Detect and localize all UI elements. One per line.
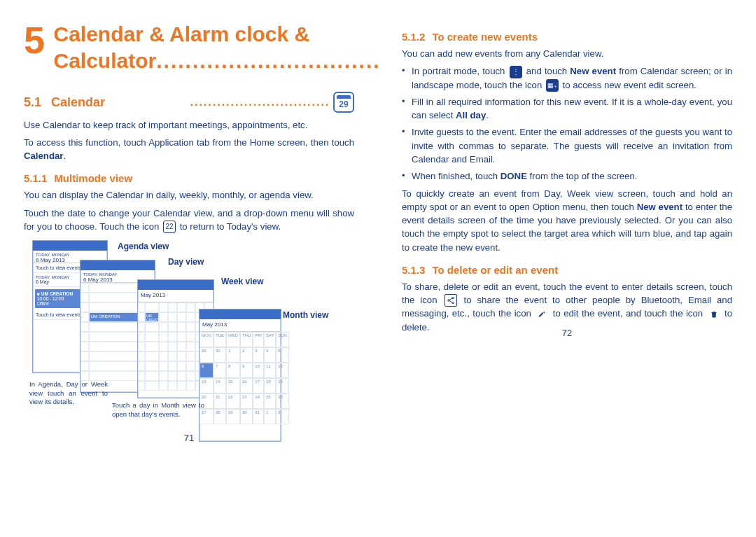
subsection-5-1-3: 5.1.3To delete or edit an event: [402, 264, 732, 276]
caption-month: Touch a day in Month view to open that d…: [112, 401, 204, 419]
sub513-p: To share, delete or edit an event, touch…: [402, 280, 732, 334]
caption-agenda: In Agenda, Day or Week view touch an eve…: [29, 380, 108, 406]
month-view-mock: May 2013 MONTUEWEDTHUFRISATSUN2930123456…: [199, 309, 281, 442]
new-event-icon: ▦₊: [546, 79, 559, 92]
svg-line-4: [449, 301, 452, 303]
bullet-1: In portrait mode, touch ⋮ and touch New …: [402, 64, 732, 92]
today-icon: 22: [163, 221, 176, 233]
share-icon: [444, 294, 457, 307]
delete-icon: [708, 308, 720, 321]
sub512-bullets: In portrait mode, touch ⋮ and touch New …: [402, 64, 732, 183]
chapter-leader: ...............................: [156, 49, 380, 72]
month-label: Month view: [283, 310, 328, 320]
sub512-after: To quickly create an event from Day, Wee…: [402, 187, 732, 254]
menu-icon: ⋮: [510, 66, 522, 78]
calendar-screenshots: TODAY, MONDAY6 May 2013 Touch to view ev…: [24, 240, 354, 443]
page-left: 5 Calendar & Alarm clock & Calculator...…: [0, 0, 378, 457]
bullet-4: When finished, touch DONE from the top o…: [402, 169, 732, 183]
subsection-5-1-2: 5.1.2To create new events: [402, 31, 732, 43]
page-number-left: 71: [0, 433, 378, 443]
section-leader: ........................................…: [190, 96, 329, 109]
section-5-1-row: 5.1 Calendar ...........................…: [24, 92, 354, 113]
day-label: Day view: [168, 257, 204, 267]
chapter-number: 5: [24, 21, 45, 59]
page-number-right: 72: [378, 328, 756, 338]
section-intro: Use Calendar to keep track of important …: [24, 118, 354, 132]
calendar-icon: 29: [333, 92, 354, 113]
section-title: Calendar: [51, 95, 190, 110]
bullet-3: Invite guests to the event. Enter the em…: [402, 125, 732, 165]
sub512-intro: You can add new events from any Calendar…: [402, 47, 732, 60]
agenda-label: Agenda view: [118, 242, 169, 251]
edit-icon: [536, 308, 548, 321]
section-access: To access this function, touch Applicati…: [24, 136, 354, 162]
section-number: 5.1: [24, 95, 41, 110]
page-right: 5.1.2To create new events You can add ne…: [378, 0, 756, 352]
sub511-p1: You can display the Calendar in daily, w…: [24, 188, 354, 202]
subsection-5-1-1: 5.1.1Multimode view: [24, 172, 354, 184]
chapter-header: 5 Calendar & Alarm clock & Calculator...…: [24, 21, 354, 74]
sub511-p2: Touch the date to change your Calendar v…: [24, 207, 354, 234]
bullet-2: Fill in all required information for thi…: [402, 95, 732, 122]
week-label: Week view: [221, 277, 263, 286]
svg-line-3: [449, 298, 452, 300]
